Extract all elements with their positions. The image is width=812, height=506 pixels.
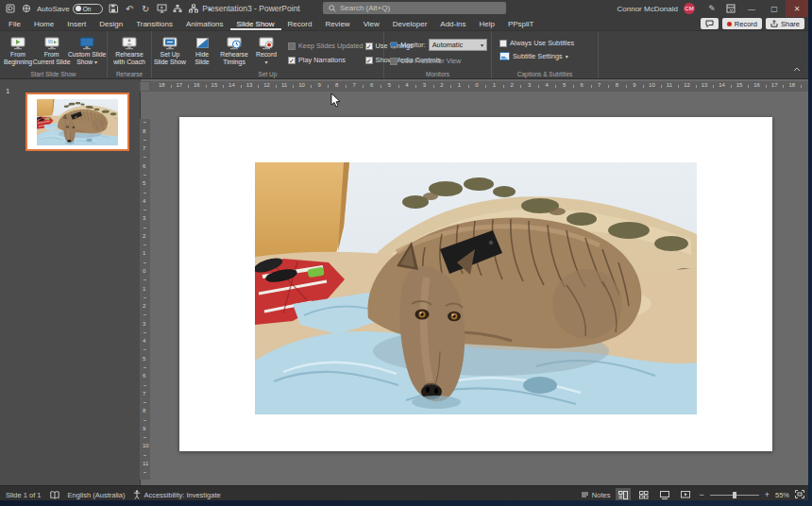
zoom-slider[interactable] — [710, 495, 759, 496]
ruler-number: 11 — [667, 82, 672, 88]
tab-home[interactable]: Home — [27, 19, 60, 30]
orgchart-icon[interactable] — [173, 4, 183, 14]
ruler-number: 9 — [317, 82, 320, 88]
ruler-tick — [433, 85, 434, 88]
ruler-number: 3 — [143, 215, 145, 221]
accessibility-status[interactable]: Accessibility: Investigate — [133, 490, 220, 499]
tab-review[interactable]: Review — [318, 19, 356, 30]
tab-design[interactable]: Design — [93, 19, 129, 30]
slide-thumbnail[interactable] — [25, 93, 129, 151]
slide-photo[interactable] — [255, 162, 697, 414]
checkbox-always-use-subtitles[interactable]: Always Use Subtitles — [492, 31, 598, 47]
mouse-cursor — [330, 93, 342, 108]
tab-insert[interactable]: Insert — [60, 19, 93, 30]
tab-view[interactable]: View — [357, 19, 386, 30]
ruler-tick — [144, 228, 146, 228]
normal-view-button[interactable] — [616, 488, 631, 500]
hide-slide-button[interactable]: HideSlide — [186, 34, 218, 66]
ribbon-display-options-icon[interactable] — [721, 0, 740, 17]
tab-slide-show[interactable]: Slide Show — [230, 19, 281, 30]
zoom-slider-thumb[interactable] — [733, 492, 736, 498]
checkbox-box[interactable] — [499, 40, 507, 47]
slide[interactable] — [179, 117, 772, 451]
subtitle-settings-button[interactable]: Subtitle Settings ▾ — [492, 47, 598, 60]
minimize-button[interactable]: — — [740, 0, 763, 17]
checkbox-play-narrations[interactable]: ✓ Play Narrations — [288, 56, 364, 64]
ruler-number: 8 — [143, 408, 145, 413]
zoom-out-button[interactable]: − — [699, 490, 703, 499]
monitor-dropdown[interactable]: Automatic ▾ — [429, 39, 487, 51]
maximize-button[interactable]: ▢ — [763, 0, 786, 17]
notes-icon — [581, 491, 589, 498]
ruler-tick — [144, 245, 146, 245]
autosave-control[interactable]: AutoSave On — [37, 4, 103, 14]
checkbox-box[interactable] — [390, 58, 398, 65]
share-button[interactable]: Share — [766, 18, 804, 29]
group-start-slide-show: FromBeginning FromCurrent Slide Custom S… — [0, 31, 108, 78]
ruler-tick — [144, 140, 146, 141]
ribbon-tabs: FileHomeInsertDesignTransitionsAnimation… — [0, 17, 808, 31]
undo-icon[interactable]: ↶ — [125, 4, 135, 14]
set-up-slide-show-button[interactable]: Set UpSlide Show — [154, 34, 186, 66]
spell-check-icon[interactable] — [50, 491, 59, 499]
tab-transitions[interactable]: Transitions — [129, 19, 179, 30]
save-icon[interactable] — [109, 4, 119, 14]
collapse-ribbon-icon[interactable] — [793, 59, 801, 76]
ruler-tick — [731, 85, 732, 88]
record-button[interactable]: Record — [722, 18, 762, 29]
tab-animations[interactable]: Animations — [179, 19, 230, 30]
from-beginning-button[interactable]: FromBeginning — [2, 34, 34, 66]
ruler-tick — [748, 85, 749, 88]
tab-file[interactable]: File — [2, 19, 27, 30]
ruler-number: 9 — [633, 82, 635, 88]
touch-mode-icon[interactable] — [21, 4, 31, 14]
user-name[interactable]: Connor McDonald — [617, 5, 678, 13]
search-input[interactable]: Search (Alt+Q) — [323, 2, 506, 14]
checkbox-box[interactable]: ✓ — [365, 42, 373, 50]
record-slideshow-button[interactable]: Record▾ — [250, 34, 282, 66]
fit-slide-button[interactable] — [795, 490, 804, 500]
checkbox-use-presenter-view[interactable]: Use Presenter View — [384, 51, 491, 65]
ruler-number: 5 — [563, 82, 566, 88]
checkbox-box[interactable]: ✓ — [365, 57, 373, 64]
autosave-toggle[interactable]: On — [73, 4, 103, 14]
ruler-number: 18 — [159, 82, 165, 88]
app-icon[interactable] — [5, 4, 15, 14]
notes-button[interactable]: Notes — [581, 491, 611, 499]
tab-developer[interactable]: Developer — [386, 19, 433, 30]
close-button[interactable]: ✕ — [786, 0, 808, 17]
from-current-slide-button[interactable]: FromCurrent Slide — [34, 34, 69, 66]
checkbox-label: Play Narrations — [298, 56, 346, 64]
present-icon[interactable] — [157, 4, 167, 14]
rehearse-with-coach-button[interactable]: Rehearsewith Coach — [110, 34, 148, 66]
tab-add-ins[interactable]: Add-ins — [433, 19, 472, 30]
ruler-number: 8 — [143, 128, 145, 134]
tab-ppsplit[interactable]: PPspliT — [501, 19, 541, 30]
draw-pen-icon[interactable]: ✎ — [702, 0, 721, 17]
language-indicator[interactable]: English (Australia) — [68, 491, 126, 499]
ruler-number: 6 — [143, 373, 145, 379]
slide-indicator[interactable]: Slide 1 of 1 — [6, 491, 42, 499]
zoom-level[interactable]: 55% — [775, 491, 789, 499]
redo-icon[interactable]: ↻ — [141, 4, 151, 14]
avatar[interactable]: CM — [684, 3, 695, 14]
checkbox-keep-slides-updated[interactable]: Keep Slides Updated — [288, 42, 364, 50]
ruler-number: 3 — [423, 82, 426, 88]
reading-view-button[interactable] — [657, 488, 672, 500]
custom-slide-show-button[interactable]: Custom SlideShow ▾ — [69, 34, 105, 66]
slide-sorter-view-button[interactable] — [636, 488, 651, 500]
editing-canvas[interactable] — [150, 92, 808, 485]
powerpoint-window: AutoSave On ↶ ↻ ▾ Presentation3 - — [0, 0, 808, 500]
checkbox-box[interactable]: ✓ — [288, 57, 296, 64]
ruler-tick — [144, 314, 146, 315]
checkbox-box[interactable] — [288, 42, 296, 50]
rehearse-timings-button[interactable]: RehearseTimings — [218, 34, 250, 66]
tab-record[interactable]: Record — [281, 19, 319, 30]
zoom-in-button[interactable]: + — [765, 490, 770, 499]
ruler-tick — [206, 85, 207, 88]
slide-show-view-button[interactable] — [678, 488, 693, 500]
ruler-tick — [713, 85, 714, 88]
checkbox-label: Always Use Subtitles — [510, 39, 574, 47]
comments-button[interactable] — [701, 18, 719, 29]
tab-help[interactable]: Help — [472, 19, 500, 30]
